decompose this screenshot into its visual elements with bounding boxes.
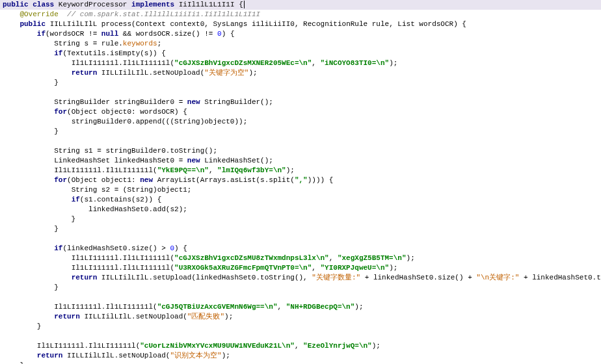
code-line: for(Object object0: wordsOCR) { bbox=[0, 107, 601, 117]
code-line: } bbox=[0, 322, 601, 332]
code-line: if(Textutils.isEmpty(s)) { bbox=[0, 49, 601, 58]
code-line: } bbox=[0, 283, 601, 292]
code-line: Il1LI11111l.Il1LI11111l("U3RXOGk5aXRuZGF… bbox=[0, 263, 601, 273]
blank-line bbox=[0, 234, 601, 244]
code-line: String s1 = stringBuilder0.toString(); bbox=[0, 146, 601, 156]
blank-line bbox=[0, 136, 601, 146]
code-line: Il1LI11111l.Il1LI11111l("cGJXSzBhV1gxcDZ… bbox=[0, 58, 601, 68]
blank-line bbox=[0, 88, 601, 98]
code-line: return IILLIilLIlL.setNoUpload("识别文本为空")… bbox=[0, 351, 601, 361]
code-line: return IILLIilLIlL.setNoUpload("关键字为空"); bbox=[0, 68, 601, 78]
code-line: return IILLIilLIlL.setUpload(linkedHashS… bbox=[0, 273, 601, 283]
code-line: } bbox=[0, 361, 601, 364]
code-line: if(wordsOCR != null && wordsOCR.size() !… bbox=[0, 29, 601, 39]
code-line: linkedHashSet0.add(s2); bbox=[0, 205, 601, 214]
code-line: Il1LI11111l.Il1LI11111l("cGJ5QTBiUzAxcGV… bbox=[0, 302, 601, 312]
code-line: LinkedHashSet linkedHashSet0 = new Linke… bbox=[0, 156, 601, 166]
blank-line bbox=[0, 332, 601, 341]
code-line: if(linkedHashSet0.size() > 0) { bbox=[0, 244, 601, 254]
code-line: Il1LI11111l.Il1LI11111l("cGJXSzBhV1gxcDZ… bbox=[0, 254, 601, 263]
code-line: String s2 = (String)object1; bbox=[0, 185, 601, 195]
code-line: } bbox=[0, 127, 601, 136]
code-line: Il1LI11111l.Il1LI11111l("YkE9PQ==\n", "l… bbox=[0, 166, 601, 176]
override-annotation: @Override // com.spark.stat.Ill1llL1iiIi… bbox=[0, 10, 601, 20]
blank-line bbox=[0, 292, 601, 302]
code-line: StringBuilder stringBuilder0 = new Strin… bbox=[0, 98, 601, 107]
code-line: } bbox=[0, 224, 601, 234]
code-line: if(s1.contains(s2)) { bbox=[0, 195, 601, 205]
code-line: } bbox=[0, 214, 601, 224]
code-line: } bbox=[0, 78, 601, 88]
class-declaration-line: public class KeywordProcessor implements… bbox=[0, 0, 601, 10]
text-cursor bbox=[244, 1, 245, 8]
code-line: for(Object object1: new ArrayList(Arrays… bbox=[0, 176, 601, 185]
code-line: return IILLIilLIlL.setNoUpload("匹配失败"); bbox=[0, 312, 601, 322]
method-signature: public IILLIilLIlL process(Context conte… bbox=[0, 20, 601, 29]
code-line: stringBuilder0.append(((String)object0))… bbox=[0, 117, 601, 127]
code-line: Il1LI11111l.Il1LI11111l("cUorLzNibVMxYVc… bbox=[0, 341, 601, 351]
code-line: String s = rule.keywords; bbox=[0, 39, 601, 49]
